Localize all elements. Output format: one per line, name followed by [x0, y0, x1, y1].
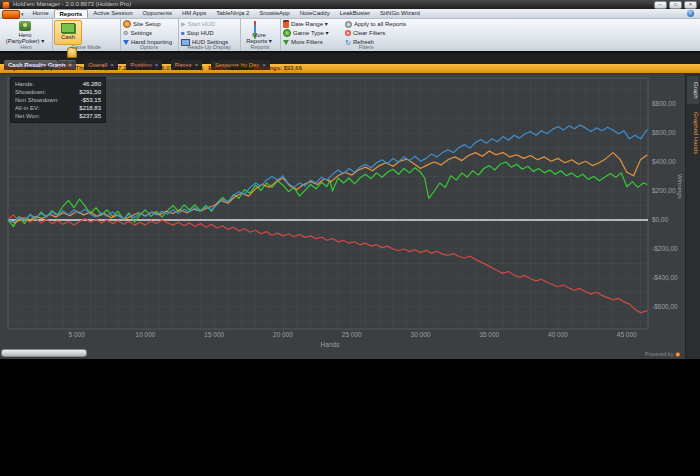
ribbon-group-options: Site Setup ⚙ Settings Hand Importing Opt… — [120, 19, 179, 51]
ribbon-group-hero: Hero (PartyPoker) ▾ Hero — [0, 19, 53, 51]
stop-hud-button[interactable]: ■ Stop HUD — [181, 29, 240, 37]
side-panel-strip: Graph Graphed Hands — [685, 74, 700, 359]
x-axis-title: Hands — [321, 341, 341, 348]
powered-by: Powered by — [645, 351, 680, 356]
horizontal-scrollbar-thumb[interactable] — [1, 349, 87, 357]
side-tab-graph[interactable]: Graph — [687, 76, 699, 104]
series-line-showdown — [8, 125, 647, 222]
clear-filters-icon: × — [345, 30, 351, 36]
window-title: Hold'em Manager - 2.0.0.8673 (Holdem Pro… — [13, 0, 131, 9]
series-line-net-won — [8, 162, 647, 227]
hero-avatar-icon — [19, 21, 31, 31]
hm-menu-icon — [2, 10, 20, 19]
filter-label: Filter: — [57, 65, 74, 71]
more-reports-button[interactable]: More Reports ▾ — [242, 20, 276, 44]
game-type-icon — [283, 29, 291, 37]
clear-filters-button[interactable]: × Clear Filters — [345, 29, 442, 37]
side-tab-graphed-hands[interactable]: Graphed Hands — [687, 107, 699, 159]
y-axis-tick-label: $600,00 — [652, 129, 676, 136]
chevron-down-icon: ▾ — [21, 11, 24, 18]
winnings-label: Winnings: — [253, 65, 282, 71]
x-axis-tick-label: 30 000 — [411, 331, 431, 338]
tab-notecaddy[interactable]: NoteCaddy — [295, 9, 335, 18]
help-icon[interactable]: ? — [687, 10, 694, 17]
stop-icon: ■ — [181, 30, 185, 36]
report-tab-bar: Cash Results Graph × Overall × Position … — [0, 53, 700, 64]
x-axis-tick-label: 20 000 — [273, 331, 293, 338]
group-label-hud: Heads-Up Display — [181, 44, 237, 50]
stat-value: $237,95 — [79, 112, 101, 120]
stat-label: Showdown: — [15, 88, 46, 96]
pin-icon — [345, 21, 352, 28]
group-label-game-mode: Game Mode — [55, 44, 116, 50]
tab-tableninja[interactable]: TableNinja 2 — [211, 9, 254, 18]
filter-summary-bar: Player: Hero (PP) Filter: This week (19.… — [0, 64, 700, 74]
hero-button[interactable]: Hero (PartyPoker) ▾ — [2, 20, 48, 44]
stat-value: -$53,15 — [81, 96, 101, 104]
bar-chart-icon — [254, 21, 265, 31]
site-setup-icon — [123, 20, 131, 28]
quick-access-button[interactable]: ▾ — [2, 10, 24, 18]
game-type-button[interactable]: Game Type ▾ — [283, 29, 342, 37]
ribbon-group-game-mode: Cash Tournament Game Mode — [52, 19, 121, 51]
cash-icon — [61, 23, 75, 33]
player-label: Player: — [4, 65, 24, 71]
results-graph-panel: $800,00$600,00$400,00$200,00$0,00-$200,0… — [0, 74, 700, 359]
y-axis-tick-label: -$200,00 — [652, 245, 678, 252]
maximize-button[interactable]: □ — [669, 1, 682, 9]
calendar-icon — [283, 20, 289, 28]
tab-leakbuster[interactable]: LeakBuster — [335, 9, 375, 18]
close-button[interactable]: × — [684, 1, 697, 9]
tab-active-session[interactable]: Active Session — [88, 9, 137, 18]
y-axis-tick-label: $400,00 — [652, 158, 676, 165]
series-line-non-showdown — [8, 215, 647, 313]
x-axis-tick-label: 45 000 — [617, 331, 637, 338]
tab-hm-apps[interactable]: HM Apps — [177, 9, 211, 18]
x-axis-tick-label: 25 000 — [342, 331, 362, 338]
group-label-hero: Hero — [3, 44, 50, 50]
x-axis-tick-label: 10 000 — [136, 331, 156, 338]
play-icon: ▶ — [181, 21, 186, 27]
group-label-filters: Filters — [289, 44, 444, 50]
app-window: Hold'em Manager - 2.0.0.8673 (Holdem Pro… — [0, 0, 700, 357]
tab-reports[interactable]: Reports — [54, 9, 89, 18]
tab-sitngo-wizard[interactable]: SitNGo Wizard — [375, 9, 425, 18]
y-axis-tick-label: $0,00 — [652, 216, 669, 223]
y-axis-title: Winnings — [677, 174, 683, 199]
stat-label: Non Showdown: — [15, 96, 59, 104]
blinds-value: $25NL — [230, 65, 248, 71]
x-axis-tick-label: 15 000 — [204, 331, 224, 338]
stat-value: 46.280 — [83, 80, 101, 88]
x-axis-tick-label: 40 000 — [548, 331, 568, 338]
graph-stats-box: Hands:46.280 Showdown:$291,50 Non Showdo… — [10, 77, 106, 123]
date-range-button[interactable]: Date Range ▾ — [283, 20, 342, 28]
window-controls: − □ × — [654, 1, 697, 9]
start-hud-button[interactable]: ▶ Start HUD — [181, 20, 240, 28]
gear-icon: ⚙ — [123, 30, 128, 36]
filter-value: This week (19.07.2010 0:00 to 26.07.2010… — [76, 65, 204, 71]
group-label-reports: Reports — [242, 44, 278, 50]
tab-opponents[interactable]: Opponents — [138, 9, 177, 18]
stat-label: All-in EV: — [15, 104, 39, 112]
tab-home[interactable]: Home — [28, 9, 54, 18]
ribbon: Hero (PartyPoker) ▾ Hero Cash Tournament… — [0, 19, 700, 51]
minimize-button[interactable]: − — [654, 1, 667, 9]
x-axis-tick-label: 5 000 — [69, 331, 86, 338]
apply-all-reports-button[interactable]: Apply to all Reports — [345, 20, 442, 28]
settings-button[interactable]: ⚙ Settings — [123, 29, 178, 37]
stat-label: Hands: — [15, 80, 34, 88]
ribbon-group-reports: More Reports ▾ Reports — [240, 19, 281, 51]
stat-label: Net Won: — [15, 112, 40, 120]
y-axis-tick-label: -$600,00 — [652, 303, 678, 310]
powered-by-logo-icon — [676, 352, 681, 357]
tab-snowieapp[interactable]: SnowieApp — [254, 9, 294, 18]
blinds-label: Blinds: — [208, 65, 228, 71]
stat-value: $218,83 — [79, 104, 101, 112]
y-axis-tick-label: $800,00 — [652, 100, 676, 107]
ribbon-tab-strip: ▾ Home Reports Active Session Opponents … — [0, 9, 700, 19]
ribbon-group-hud: ▶ Start HUD ■ Stop HUD HUD Settings Head… — [178, 19, 241, 51]
ribbon-group-filters: Date Range ▾ Game Type ▾ More Filters Ap… — [280, 19, 452, 51]
winnings-value: $93,66 — [284, 65, 302, 71]
cash-button[interactable]: Cash — [54, 20, 82, 45]
site-setup-button[interactable]: Site Setup — [123, 20, 178, 28]
